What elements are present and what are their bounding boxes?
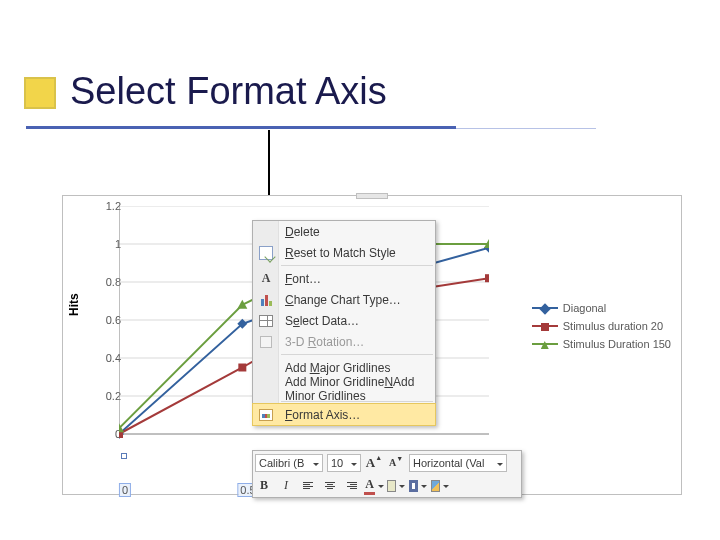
font-name-value: Calibri (B: [259, 457, 304, 469]
font-name-select[interactable]: Calibri (B: [255, 454, 323, 472]
chevron-down-icon: [310, 457, 319, 469]
menu-item-label: Add Minor GridlineNAdd Minor Gridlines: [285, 375, 427, 403]
menu-item-reset[interactable]: Reset to Match Style: [253, 242, 435, 263]
align-center-icon: [325, 482, 335, 489]
ytick: 1.2: [97, 200, 121, 212]
menu-item-label: Font…: [285, 272, 321, 286]
align-left-icon: [303, 482, 313, 489]
menu-item-seldata[interactable]: Select Data…: [253, 310, 435, 331]
menu-item-label: Select Data…: [285, 314, 359, 328]
ytick: 0.6: [97, 314, 121, 326]
menu-item-fmtaxis[interactable]: Format Axis…: [253, 404, 435, 425]
slide-title: Select Format Axis: [70, 70, 387, 113]
line-swatch-icon: [409, 480, 418, 492]
menu-item-label: Delete: [285, 225, 320, 239]
blank-icon: [257, 359, 275, 377]
legend-label: Diagonal: [563, 302, 606, 314]
grow-font-button[interactable]: A▲: [364, 453, 384, 473]
legend-label: Stimulus duration 20: [563, 320, 663, 332]
align-right-button[interactable]: [342, 476, 362, 496]
title-bullet: [26, 79, 54, 107]
mini-toolbar[interactable]: Calibri (B 10 A▲ A▼ Horizontal (Val B I …: [252, 450, 522, 498]
menu-separator: [281, 265, 433, 266]
legend-item[interactable]: Diagonal: [532, 302, 671, 314]
triangle-marker-icon: [532, 343, 558, 345]
cube-icon-icon: [257, 333, 275, 351]
axis-icon-icon: [257, 406, 275, 424]
menu-separator: [281, 354, 433, 355]
square-marker-icon: [532, 325, 558, 327]
chart-element-value: Horizontal (Val: [413, 457, 484, 469]
title-underline: [26, 126, 456, 129]
arrange-button[interactable]: [430, 476, 450, 496]
bold-button[interactable]: B: [254, 476, 274, 496]
shrink-font-button[interactable]: A▼: [386, 453, 406, 473]
blank-icon: [257, 380, 275, 398]
ytick: 0.4: [97, 352, 121, 364]
diamond-marker-icon: [532, 307, 558, 309]
axis-handle[interactable]: [121, 453, 127, 459]
fill-swatch-icon: [387, 480, 396, 492]
legend-item[interactable]: Stimulus duration 20: [532, 320, 671, 332]
chart-icon-icon: [257, 291, 275, 309]
menu-item-delete[interactable]: Delete: [253, 221, 435, 242]
menu-item-label: Change Chart Type…: [285, 293, 401, 307]
align-center-button[interactable]: [320, 476, 340, 496]
ytick: 0.8: [97, 276, 121, 288]
chevron-down-icon: [348, 457, 357, 469]
chevron-down-icon: [494, 457, 503, 469]
menu-item-label: Reset to Match Style: [285, 246, 396, 260]
italic-button[interactable]: I: [276, 476, 296, 496]
context-menu[interactable]: DeleteReset to Match StyleAFont…Change C…: [252, 220, 436, 426]
y-axis-label: Hits: [67, 293, 81, 316]
align-right-icon: [347, 482, 357, 489]
xtick[interactable]: 0: [120, 484, 130, 496]
chart-element-select[interactable]: Horizontal (Val: [409, 454, 507, 472]
font-size-value: 10: [331, 457, 343, 469]
ytick: 1: [97, 238, 121, 250]
menu-item-label: Add Major Gridlines: [285, 361, 390, 375]
font-color-button[interactable]: A: [364, 476, 384, 496]
align-left-button[interactable]: [298, 476, 318, 496]
chart-legend[interactable]: Diagonal Stimulus duration 20 Stimulus D…: [532, 296, 671, 356]
menu-item-label: 3-D Rotation…: [285, 335, 364, 349]
ytick: 0.2: [97, 390, 121, 402]
legend-item[interactable]: Stimulus Duration 150: [532, 338, 671, 350]
A-icon: A: [257, 270, 275, 288]
menu-item-mingrid[interactable]: Add Minor GridlineNAdd Minor Gridlines: [253, 378, 435, 399]
menu-item-label: Format Axis…: [285, 408, 360, 422]
outline-color-button[interactable]: [408, 476, 428, 496]
font-color-icon: A: [364, 477, 375, 495]
menu-item-chgtype[interactable]: Change Chart Type…: [253, 289, 435, 310]
blank-icon: [257, 223, 275, 241]
legend-label: Stimulus Duration 150: [563, 338, 671, 350]
arrange-icon: [431, 480, 440, 492]
ytick: 0: [97, 428, 121, 440]
menu-item-rot3d: 3-D Rotation…: [253, 331, 435, 352]
table-icon-icon: [257, 312, 275, 330]
menu-item-font[interactable]: AFont…: [253, 268, 435, 289]
fill-color-button[interactable]: [386, 476, 406, 496]
font-size-select[interactable]: 10: [327, 454, 361, 472]
reset-icon-icon: [257, 244, 275, 262]
